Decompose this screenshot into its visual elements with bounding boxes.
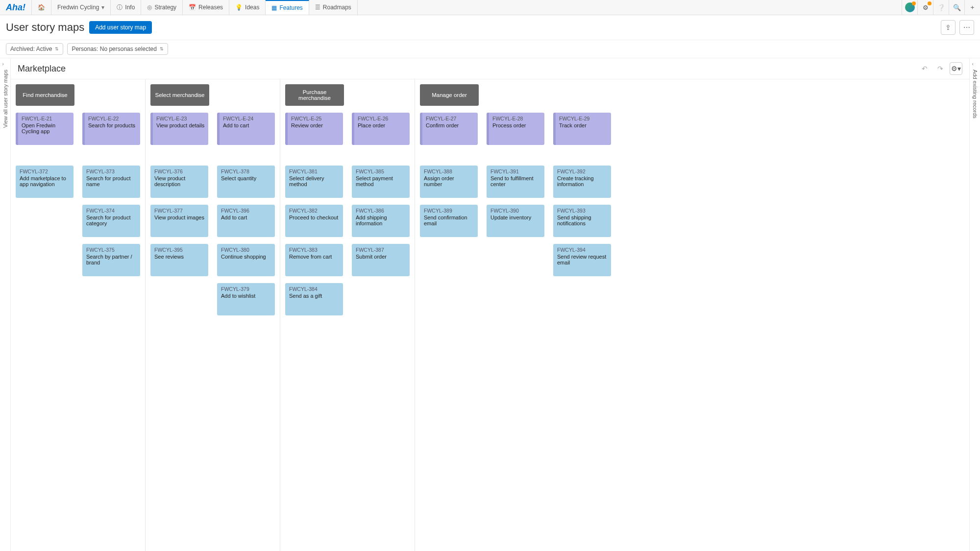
board[interactable]: Find merchandiseFWCYL-E-21Open Fredwin C…: [11, 79, 969, 551]
story-card[interactable]: FWCYL-381Select delivery method: [285, 166, 343, 198]
help-button[interactable]: ❔: [933, 0, 949, 15]
story-card[interactable]: FWCYL-378Select quantity: [217, 166, 275, 198]
subcolumn: FWCYL-E-25Review orderFWCYL-381Select de…: [285, 113, 343, 315]
story-card[interactable]: FWCYL-379Add to wishlist: [217, 283, 275, 315]
epic-title: Open Fredwin Cycling app: [22, 122, 70, 134]
add-button[interactable]: ＋: [964, 0, 980, 15]
epic-card[interactable]: FWCYL-E-26Place order: [352, 113, 410, 145]
story-card[interactable]: FWCYL-395See reviews: [150, 244, 208, 276]
story-title: Proceed to checkout: [289, 215, 339, 220]
story-card[interactable]: FWCYL-383Remove from cart: [285, 244, 343, 276]
nav-roadmaps[interactable]: ☰Roadmaps: [309, 0, 358, 15]
sort-icon: ⇅: [55, 47, 59, 51]
more-button[interactable]: ⋯: [959, 20, 974, 35]
story-ref: FWCYL-393: [557, 208, 607, 214]
column-header[interactable]: Select merchandise: [150, 84, 209, 106]
settings-button[interactable]: ⚙: [917, 0, 933, 15]
story-card[interactable]: FWCYL-393Send shipping notifications: [553, 205, 611, 237]
epic-card[interactable]: FWCYL-E-23View product details: [150, 113, 208, 145]
gear-icon: ⚙: [951, 65, 957, 72]
logo[interactable]: Aha!: [0, 0, 32, 15]
nav-info[interactable]: ⓘInfo: [111, 0, 141, 15]
column: Purchase merchandiseFWCYL-E-25Review ord…: [280, 79, 415, 551]
story-card[interactable]: FWCYL-396Add to cart: [217, 205, 275, 237]
nav-features-label: Features: [279, 4, 302, 11]
story-card[interactable]: FWCYL-384Send as a gift: [285, 283, 343, 315]
nav-features[interactable]: ▦Features: [266, 0, 309, 15]
epic-card[interactable]: FWCYL-E-22Search for products: [82, 113, 140, 145]
epic-card[interactable]: FWCYL-E-29Track order: [553, 113, 611, 145]
story-card[interactable]: FWCYL-394Send review request email: [553, 244, 611, 276]
board-settings-button[interactable]: ⚙ ▾: [950, 62, 962, 75]
story-card[interactable]: FWCYL-390Update inventory: [487, 205, 544, 237]
epic-title: Search for products: [88, 122, 137, 128]
filter-archived[interactable]: Archived: Active⇅: [6, 43, 63, 55]
story-card[interactable]: FWCYL-372Add marketplace to app navigati…: [16, 166, 74, 198]
column: Select merchandiseFWCYL-E-23View product…: [146, 79, 280, 551]
calendar-icon: 📅: [189, 4, 196, 11]
subcolumn: FWCYL-E-27Confirm orderFWCYL-388Assign o…: [420, 113, 478, 276]
story-card[interactable]: FWCYL-373Search for product name: [82, 166, 140, 198]
column-header[interactable]: Find merchandise: [16, 84, 74, 106]
story-card[interactable]: FWCYL-389Send confirmation email: [420, 205, 478, 237]
story-card[interactable]: FWCYL-380Continue shopping: [217, 244, 275, 276]
epic-card[interactable]: FWCYL-E-28Process order: [487, 113, 544, 145]
story-card[interactable]: FWCYL-388Assign order number: [420, 166, 478, 198]
epic-card[interactable]: FWCYL-E-24Add to cart: [217, 113, 275, 145]
search-button[interactable]: 🔍: [949, 0, 964, 15]
story-card[interactable]: FWCYL-377View product images: [150, 205, 208, 237]
story-title: Send as a gift: [289, 293, 339, 299]
story-title: Add shipping information: [356, 215, 406, 226]
search-icon: 🔍: [953, 4, 961, 11]
redo-button[interactable]: ↷: [934, 62, 947, 75]
story-title: Search for product category: [86, 215, 136, 226]
epic-card[interactable]: FWCYL-E-25Review order: [285, 113, 343, 145]
story-card[interactable]: FWCYL-382Proceed to checkout: [285, 205, 343, 237]
story-card[interactable]: FWCYL-387Submit order: [352, 244, 410, 276]
filter-personas[interactable]: Personas: No personas selected⇅: [67, 43, 168, 55]
story-card[interactable]: FWCYL-385Select payment method: [352, 166, 410, 198]
story-title: Remove from cart: [289, 254, 339, 260]
column-header[interactable]: Purchase merchandise: [285, 84, 344, 106]
nav-strategy[interactable]: ◎Strategy: [141, 0, 183, 15]
add-user-story-map-button[interactable]: Add user story map: [89, 21, 152, 34]
story-ref: FWCYL-388: [424, 168, 474, 174]
more-icon: ⋯: [963, 24, 970, 31]
notification-badge: [928, 1, 931, 5]
column-row: FWCYL-E-21Open Fredwin Cycling appFWCYL-…: [16, 113, 140, 276]
user-avatar[interactable]: [902, 0, 917, 15]
story-card[interactable]: FWCYL-391Send to fulfillment center: [487, 166, 544, 198]
subcolumn: FWCYL-E-26Place orderFWCYL-385Select pay…: [352, 113, 410, 315]
story-card[interactable]: FWCYL-392Create tracking information: [553, 166, 611, 198]
nav-home[interactable]: 🏠: [32, 0, 51, 15]
chevron-left-icon: ‹: [972, 61, 978, 67]
story-card[interactable]: FWCYL-386Add shipping information: [352, 205, 410, 237]
story-ref: FWCYL-391: [490, 168, 540, 174]
left-rail[interactable]: › View all user story maps: [0, 58, 11, 551]
story-ref: FWCYL-382: [289, 208, 339, 214]
undo-button[interactable]: ↶: [918, 62, 931, 75]
column-header[interactable]: Manage order: [420, 84, 479, 106]
story-ref: FWCYL-389: [424, 208, 474, 214]
epic-title: Review order: [291, 122, 340, 128]
page-title: User story maps: [6, 21, 84, 34]
story-card[interactable]: FWCYL-375Search by partner / brand: [82, 244, 140, 276]
bars-icon: ☰: [315, 4, 320, 11]
story-ref: FWCYL-375: [86, 247, 136, 253]
story-ref: FWCYL-385: [356, 168, 406, 174]
right-rail[interactable]: ‹ Add existing records: [969, 58, 980, 551]
nav-releases[interactable]: 📅Releases: [183, 0, 229, 15]
share-icon: ⇪: [945, 24, 951, 31]
nav-ideas[interactable]: 💡Ideas: [229, 0, 266, 15]
story-ref: FWCYL-390: [490, 208, 540, 214]
epic-ref: FWCYL-E-25: [291, 116, 340, 121]
right-rail-label: Add existing records: [972, 70, 978, 119]
nav-info-label: Info: [125, 4, 135, 11]
share-button[interactable]: ⇪: [941, 20, 956, 35]
workspace-selector[interactable]: Fredwin Cycling▾: [51, 0, 111, 15]
story-ref: FWCYL-387: [356, 247, 406, 253]
epic-card[interactable]: FWCYL-E-27Confirm order: [420, 113, 478, 145]
story-card[interactable]: FWCYL-374Search for product category: [82, 205, 140, 237]
story-card[interactable]: FWCYL-376View product description: [150, 166, 208, 198]
epic-card[interactable]: FWCYL-E-21Open Fredwin Cycling app: [16, 113, 74, 145]
